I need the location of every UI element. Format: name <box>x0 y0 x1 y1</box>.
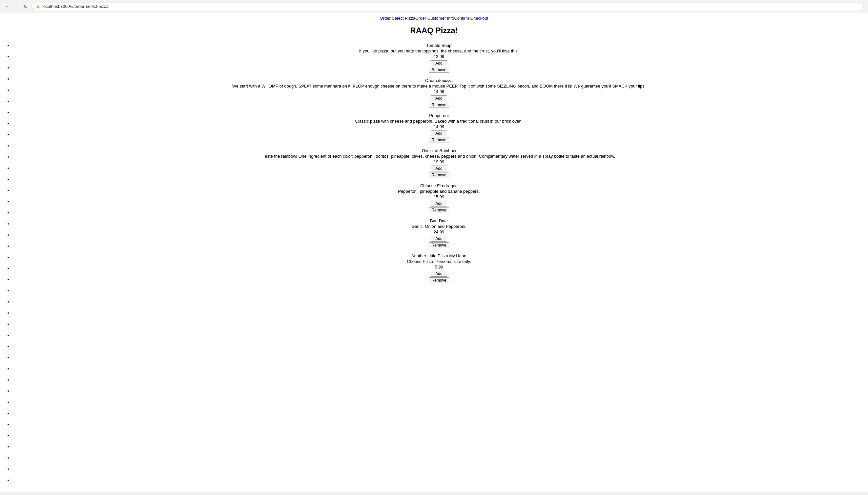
bullet-19 <box>13 243 16 249</box>
bullet-21 <box>13 266 16 271</box>
remove-button-tomato-soup[interactable]: Remove <box>429 67 449 73</box>
browser-chrome: ← → ↻ 🔒 localhost:3000/#/order-select-pi… <box>0 0 868 13</box>
url-text: localhost:3000/#/order-select-pizza <box>42 4 108 9</box>
pizza-item-tomato-soup: Tomato Soup If you like pizza, but you h… <box>16 43 862 73</box>
bullet-11 <box>13 154 16 160</box>
pizza-name-over-the-rainbow: Over the Rainbow <box>16 148 862 153</box>
pizza-item-another-little-pizza: Another Little Pizza My Heart Cheese Piz… <box>16 253 862 283</box>
pizza-name-another-little-pizza: Another Little Pizza My Heart <box>16 253 862 258</box>
nav-link-order-select-pizza[interactable]: Order Select Pizza <box>380 16 415 21</box>
pizza-buttons-another-little-pizza: Add Remove <box>16 271 862 283</box>
pizza-name-onomatopizza: Onomatopizza <box>16 78 862 83</box>
bullet-17 <box>13 221 16 226</box>
bullet-23 <box>13 288 16 293</box>
pizza-name-tomato-soup: Tomato Soup <box>16 43 862 48</box>
pizza-item-chinese-firedragon: Chinese Firedragon Pepperoni, pineapple … <box>16 183 862 213</box>
add-button-chinese-firedragon[interactable]: Add <box>431 201 447 206</box>
bullet-3 <box>13 65 16 70</box>
pizza-price-over-the-rainbow: 19.99 <box>16 159 862 164</box>
pizza-name-chinese-firedragon: Chinese Firedragon <box>16 183 862 188</box>
pizza-buttons-onomatopizza: Add Remove <box>16 96 862 108</box>
add-button-another-little-pizza[interactable]: Add <box>431 271 447 277</box>
pizza-price-chinese-firedragon: 15.99 <box>16 194 862 199</box>
add-button-onomatopizza[interactable]: Add <box>431 96 447 101</box>
bullet-28 <box>13 344 16 349</box>
page-content: Order Select PizzaOrder Customer InfoCon… <box>0 13 868 495</box>
bullet-7 <box>13 110 16 115</box>
pizza-price-onomatopizza: 14.99 <box>16 89 862 94</box>
pizza-item-pepperoni: Pepperoni Classic pizza with cheese and … <box>16 113 862 143</box>
pizza-name-pepperoni: Pepperoni <box>16 113 862 118</box>
pizza-buttons-tomato-soup: Add Remove <box>16 60 862 73</box>
pizza-name-bad-date: Bad Date <box>16 218 862 223</box>
bullet-35 <box>13 422 16 427</box>
bullet-14 <box>13 188 16 193</box>
bullet-20 <box>13 255 16 260</box>
page-title: RAAQ Pizza! <box>6 26 862 35</box>
bullet-15 <box>13 199 16 204</box>
pizza-price-bad-date: 24.99 <box>16 229 862 234</box>
bullet-22 <box>13 277 16 282</box>
bullet-25 <box>13 310 16 316</box>
pizza-description-onomatopizza: We start with a WHOMP of dough, SPLAT so… <box>16 84 862 88</box>
bullet-10 <box>13 143 16 149</box>
address-bar[interactable]: 🔒 localhost:3000/#/order-select-pizza <box>32 3 864 10</box>
bullet-40 <box>13 478 16 483</box>
add-button-tomato-soup[interactable]: Add <box>431 60 447 66</box>
pizza-description-over-the-rainbow: Taste the rainbow! One ingredient of eac… <box>16 154 862 159</box>
bullet-36 <box>13 433 16 438</box>
pizza-description-another-little-pizza: Cheese Pizza. Personal size only. <box>16 259 862 264</box>
remove-button-onomatopizza[interactable]: Remove <box>429 102 449 108</box>
bullet-33 <box>13 399 16 405</box>
bullet-26 <box>13 322 16 327</box>
pizza-price-another-little-pizza: 5.99 <box>16 264 862 270</box>
nav-link-order-customer-info[interactable]: Order Customer Info <box>415 16 454 21</box>
nav-breadcrumb: Order Select PizzaOrder Customer InfoCon… <box>6 13 862 26</box>
remove-button-chinese-firedragon[interactable]: Remove <box>429 207 449 213</box>
forward-button[interactable]: → <box>13 3 20 10</box>
add-button-bad-date[interactable]: Add <box>431 236 447 242</box>
bullet-5 <box>13 87 16 93</box>
bullet-9 <box>13 132 16 137</box>
pizza-item-bad-date: Bad Date Garlic, Onion and Pepperoni. 24… <box>16 218 862 248</box>
remove-button-another-little-pizza[interactable]: Remove <box>429 277 449 283</box>
nav-link-confirm-checkout[interactable]: Confirm Checkout <box>454 16 488 21</box>
bullet-18 <box>13 233 16 238</box>
bullet-34 <box>13 411 16 416</box>
bullet-30 <box>13 366 16 371</box>
pizza-description-tomato-soup: If you like pizza, but you hate the topp… <box>16 49 862 53</box>
pizza-description-bad-date: Garlic, Onion and Pepperoni. <box>16 224 862 229</box>
bullet-38 <box>13 455 16 461</box>
bullet-32 <box>13 389 16 394</box>
bullet-8 <box>13 121 16 126</box>
bullet-31 <box>13 377 16 382</box>
pizza-description-chinese-firedragon: Pepperoni, pineapple and banana peppers. <box>16 189 862 194</box>
pizza-item-over-the-rainbow: Over the Rainbow Taste the rainbow! One … <box>16 148 862 178</box>
bullet-24 <box>13 299 16 305</box>
bullet-37 <box>13 444 16 449</box>
bullet-27 <box>13 333 16 338</box>
remove-button-pepperoni[interactable]: Remove <box>429 137 449 143</box>
pizza-description-pepperoni: Classic pizza with cheese and pepperoni.… <box>16 119 862 124</box>
add-button-pepperoni[interactable]: Add <box>431 131 447 136</box>
reload-button[interactable]: ↻ <box>22 3 29 10</box>
bullet-13 <box>13 177 16 182</box>
pizza-buttons-chinese-firedragon: Add Remove <box>16 201 862 213</box>
pizza-buttons-pepperoni: Add Remove <box>16 131 862 143</box>
bullet-12 <box>13 166 16 171</box>
bullet-1 <box>13 43 16 48</box>
pizza-item-onomatopizza: Onomatopizza We start with a WHOMP of do… <box>16 78 862 108</box>
pizza-price-pepperoni: 14.99 <box>16 124 862 129</box>
remove-button-over-the-rainbow[interactable]: Remove <box>429 172 449 178</box>
remove-button-bad-date[interactable]: Remove <box>429 242 449 248</box>
pizza-price-tomato-soup: 12.99 <box>16 54 862 59</box>
bullet-29 <box>13 355 16 360</box>
pizza-buttons-bad-date: Add Remove <box>16 236 862 248</box>
scroll-bar[interactable] <box>0 492 868 495</box>
bullet-16 <box>13 210 16 216</box>
main-layout: Tomato Soup If you like pizza, but you h… <box>6 43 862 489</box>
pizza-buttons-over-the-rainbow: Add Remove <box>16 166 862 178</box>
add-button-over-the-rainbow[interactable]: Add <box>431 166 447 171</box>
bullet-6 <box>13 99 16 104</box>
back-button[interactable]: ← <box>4 3 11 10</box>
